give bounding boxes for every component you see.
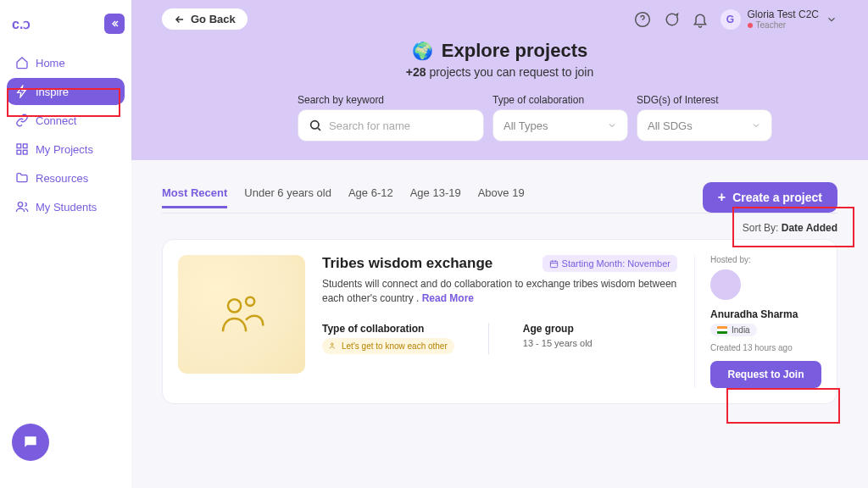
sort-by[interactable]: Sort By: Date Added: [131, 214, 868, 239]
chat-icon[interactable]: [663, 11, 680, 28]
sidebar: c.ɔ Home Inspire Connect My Projects Res…: [0, 0, 131, 488]
tab-6-12[interactable]: Age 6-12: [348, 186, 393, 208]
chevron-down-icon: [607, 120, 617, 130]
sidebar-item-connect[interactable]: Connect: [7, 107, 125, 134]
collab-heading: Type of collaboration: [322, 323, 454, 335]
tab-above-19[interactable]: Above 19: [478, 186, 525, 208]
go-back-button[interactable]: Go Back: [162, 8, 248, 30]
plus-icon: +: [718, 191, 726, 204]
tab-most-recent[interactable]: Most Recent: [162, 186, 227, 208]
sidebar-item-inspire[interactable]: Inspire: [7, 78, 125, 105]
posted-time: Created 13 hours ago: [710, 343, 821, 352]
sdg-select[interactable]: All SDGs: [637, 109, 772, 141]
svg-point-6: [311, 121, 319, 129]
tab-under-6[interactable]: Under 6 years old: [244, 186, 331, 208]
age-value: 13 - 15 years old: [523, 338, 593, 348]
chat-fab[interactable]: [12, 424, 49, 461]
sidebar-item-home[interactable]: Home: [7, 49, 125, 76]
age-heading: Age group: [523, 323, 593, 335]
request-to-join-button[interactable]: Request to Join: [710, 361, 821, 388]
read-more-link[interactable]: Read More: [422, 292, 474, 304]
globe-icon: 🌍: [412, 41, 433, 61]
type-select[interactable]: All Types: [492, 109, 628, 141]
host-country: India: [710, 324, 757, 336]
sidebar-item-label: Inspire: [36, 86, 69, 98]
hero: Go Back G Gloria Test C2C Teacher: [131, 0, 868, 160]
host-name: Anuradha Sharma: [710, 308, 821, 320]
main-area: Go Back G Gloria Test C2C Teacher: [131, 0, 868, 488]
page-subtitle: +28 projects you can request to join: [162, 65, 837, 79]
create-project-button[interactable]: + Create a project: [703, 182, 837, 213]
chevron-down-icon: [826, 14, 837, 25]
user-name: Gloria Test C2C: [748, 8, 819, 20]
users-icon: [15, 200, 29, 214]
sidebar-item-label: My Students: [36, 201, 97, 214]
logo-icon: c.ɔ: [12, 16, 31, 32]
svg-point-10: [331, 343, 334, 346]
project-title: Tribes wisdom exchange: [322, 255, 492, 272]
sidebar-item-label: My Projects: [36, 143, 93, 156]
bolt-icon: [15, 85, 29, 98]
folder-icon: [15, 171, 29, 185]
chat-bubble-icon: [22, 434, 39, 451]
go-back-label: Go Back: [191, 13, 236, 25]
home-icon: [15, 56, 29, 69]
sidebar-item-my-students[interactable]: My Students: [7, 193, 125, 220]
sdg-label: SDG(s) of Interest: [637, 94, 772, 106]
page-title: 🌍 Explore projects: [162, 40, 837, 62]
chevron-down-icon: [751, 120, 761, 130]
host-avatar: [710, 269, 741, 300]
project-description: Students will connect and do collaborati…: [322, 277, 677, 306]
svg-rect-1: [23, 144, 27, 148]
starting-month-badge: Starting Month: November: [542, 255, 677, 272]
sidebar-item-label: Home: [36, 57, 65, 69]
search-icon: [309, 119, 322, 132]
tab-13-19[interactable]: Age 13-19: [410, 186, 461, 208]
svg-rect-9: [550, 261, 557, 267]
search-input[interactable]: Search for name: [298, 109, 484, 141]
sidebar-item-label: Connect: [36, 114, 76, 127]
hosted-by-label: Hosted by:: [710, 255, 821, 264]
svg-rect-3: [23, 150, 27, 154]
people-icon: [219, 292, 264, 336]
link-icon: [15, 114, 29, 127]
avatar: G: [721, 9, 741, 30]
sidebar-item-label: Resources: [36, 172, 88, 185]
svg-point-7: [228, 299, 241, 312]
help-icon[interactable]: [634, 11, 651, 28]
bell-icon[interactable]: [692, 11, 709, 28]
user-menu[interactable]: G Gloria Test C2C Teacher: [721, 8, 837, 30]
calendar-icon: [549, 259, 559, 269]
keyword-label: Search by keyword: [298, 94, 484, 106]
project-thumbnail: [178, 255, 305, 374]
type-label: Type of colaboration: [492, 94, 628, 106]
india-flag-icon: [717, 326, 727, 334]
svg-point-4: [18, 202, 22, 207]
grid-icon: [15, 142, 29, 156]
age-tabs: Most Recent Under 6 years old Age 6-12 A…: [162, 186, 525, 208]
project-card: Tribes wisdom exchange Starting Month: N…: [162, 239, 837, 404]
user-role: Teacher: [748, 20, 819, 30]
svg-rect-0: [17, 144, 21, 148]
sidebar-collapse-button[interactable]: [104, 14, 125, 34]
sidebar-item-resources[interactable]: Resources: [7, 164, 125, 191]
svg-rect-2: [17, 150, 21, 154]
users-icon: [329, 341, 337, 350]
collab-tag: Let's get to know each other: [322, 338, 454, 354]
svg-point-8: [246, 297, 254, 306]
sidebar-item-my-projects[interactable]: My Projects: [7, 136, 125, 163]
